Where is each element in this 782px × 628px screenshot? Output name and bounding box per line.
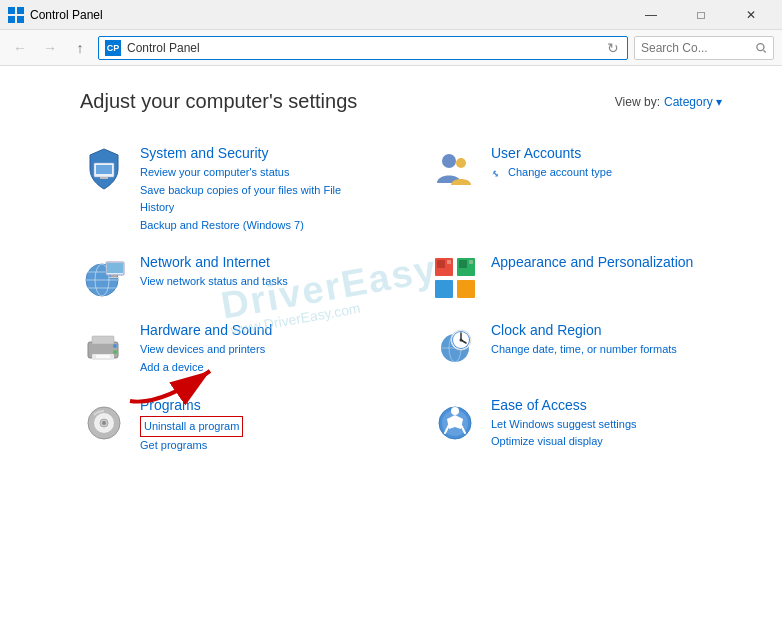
- programs-link-2[interactable]: Get programs: [140, 437, 371, 455]
- system-security-link-1[interactable]: Review your computer's status: [140, 164, 371, 182]
- hardware-link-1[interactable]: View devices and printers: [140, 341, 371, 359]
- category-user-accounts: User Accounts Change account type: [431, 137, 722, 242]
- page-title: Adjust your computer's settings: [80, 90, 357, 113]
- view-by: View by: Category ▾: [615, 95, 722, 109]
- main-content: Adjust your computer's settings View by:…: [0, 66, 782, 483]
- back-button[interactable]: ←: [8, 36, 32, 60]
- appearance-icon: [431, 254, 479, 302]
- network-link-1[interactable]: View network status and tasks: [140, 273, 371, 291]
- hardware-text: Hardware and Sound View devices and prin…: [140, 322, 371, 376]
- svg-rect-23: [457, 280, 475, 298]
- programs-link-1[interactable]: Uninstall a program: [140, 416, 243, 438]
- category-clock: Clock and Region Change date, time, or n…: [431, 314, 722, 384]
- ease-text: Ease of Access Let Windows suggest setti…: [491, 397, 722, 451]
- svg-line-5: [764, 50, 766, 52]
- refresh-icon[interactable]: ↻: [605, 40, 621, 56]
- title-bar: Control Panel — □ ✕: [0, 0, 782, 30]
- ease-title[interactable]: Ease of Access: [491, 397, 722, 413]
- svg-point-9: [442, 154, 456, 168]
- title-bar-title: Control Panel: [30, 8, 103, 22]
- svg-point-32: [113, 344, 117, 348]
- ease-icon: [431, 397, 479, 445]
- ease-link-2[interactable]: Optimize visual display: [491, 433, 722, 451]
- svg-rect-17: [107, 263, 123, 273]
- minimize-button[interactable]: —: [628, 0, 674, 30]
- hardware-icon: [80, 322, 128, 370]
- svg-rect-18: [111, 275, 117, 277]
- view-by-dropdown[interactable]: Category ▾: [664, 95, 722, 109]
- category-hardware: Hardware and Sound View devices and prin…: [80, 314, 371, 384]
- svg-point-4: [757, 43, 764, 50]
- search-input[interactable]: [641, 41, 752, 55]
- category-system-security: System and Security Review your computer…: [80, 137, 371, 242]
- hardware-title[interactable]: Hardware and Sound: [140, 322, 371, 338]
- user-accounts-text: User Accounts Change account type: [491, 145, 722, 182]
- svg-rect-22: [435, 280, 453, 298]
- system-security-title[interactable]: System and Security: [140, 145, 371, 161]
- search-box[interactable]: [634, 36, 774, 60]
- system-security-icon: [80, 145, 128, 193]
- address-bar: ← → ↑ CP Control Panel ↻: [0, 30, 782, 66]
- title-bar-left: Control Panel: [8, 7, 103, 23]
- svg-rect-1: [17, 7, 24, 14]
- appearance-title[interactable]: Appearance and Personalization: [491, 254, 722, 270]
- svg-rect-8: [100, 177, 108, 179]
- svg-point-42: [460, 339, 463, 342]
- svg-rect-27: [469, 260, 473, 264]
- up-button[interactable]: ↑: [68, 36, 92, 60]
- address-text: Control Panel: [127, 41, 599, 55]
- title-bar-controls: — □ ✕: [628, 0, 774, 30]
- address-bar-input[interactable]: CP Control Panel ↻: [98, 36, 628, 60]
- appearance-text: Appearance and Personalization: [491, 254, 722, 273]
- clock-title[interactable]: Clock and Region: [491, 322, 722, 338]
- svg-rect-7: [96, 165, 112, 174]
- svg-rect-2: [8, 16, 15, 23]
- app-icon: [8, 7, 24, 23]
- clock-text: Clock and Region Change date, time, or n…: [491, 322, 722, 359]
- svg-rect-26: [459, 260, 467, 268]
- forward-button[interactable]: →: [38, 36, 62, 60]
- clock-icon: [431, 322, 479, 370]
- view-by-label: View by:: [615, 95, 660, 109]
- category-network: Network and Internet View network status…: [80, 246, 371, 310]
- breadcrumb-icon: CP: [105, 40, 121, 56]
- svg-rect-25: [447, 260, 451, 264]
- maximize-button[interactable]: □: [678, 0, 724, 30]
- system-security-link-3[interactable]: Backup and Restore (Windows 7): [140, 217, 371, 235]
- categories-grid: System and Security Review your computer…: [80, 137, 722, 463]
- system-security-text: System and Security Review your computer…: [140, 145, 371, 234]
- svg-rect-19: [109, 277, 119, 278]
- svg-rect-0: [8, 7, 15, 14]
- programs-icon: [80, 397, 128, 445]
- close-button[interactable]: ✕: [728, 0, 774, 30]
- svg-rect-3: [17, 16, 24, 23]
- hardware-link-2[interactable]: Add a device: [140, 359, 371, 377]
- ease-link-1[interactable]: Let Windows suggest settings: [491, 416, 722, 434]
- svg-point-49: [451, 407, 459, 415]
- clock-link-1[interactable]: Change date, time, or number formats: [491, 341, 722, 359]
- search-icon: [756, 42, 767, 54]
- user-accounts-icon: [431, 145, 479, 193]
- svg-point-10: [456, 158, 466, 168]
- network-title[interactable]: Network and Internet: [140, 254, 371, 270]
- system-security-link-2[interactable]: Save backup copies of your files with Fi…: [140, 182, 371, 217]
- category-appearance: Appearance and Personalization: [431, 246, 722, 310]
- svg-rect-24: [437, 260, 445, 268]
- programs-title[interactable]: Programs: [140, 397, 371, 413]
- network-icon: [80, 254, 128, 302]
- page-header: Adjust your computer's settings View by:…: [80, 90, 722, 113]
- user-accounts-link-1[interactable]: Change account type: [491, 164, 722, 182]
- svg-rect-29: [92, 336, 114, 344]
- programs-text: Programs Uninstall a program Get program…: [140, 397, 371, 455]
- svg-point-46: [102, 421, 106, 425]
- svg-rect-31: [96, 355, 110, 358]
- svg-point-33: [113, 350, 117, 354]
- category-programs: Programs Uninstall a program Get program…: [80, 389, 371, 463]
- network-text: Network and Internet View network status…: [140, 254, 371, 291]
- user-accounts-title[interactable]: User Accounts: [491, 145, 722, 161]
- category-ease: Ease of Access Let Windows suggest setti…: [431, 389, 722, 463]
